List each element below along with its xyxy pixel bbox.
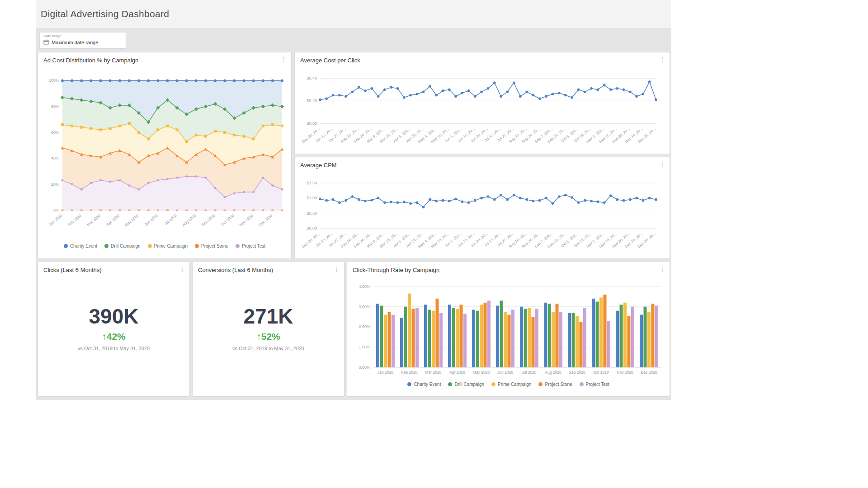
svg-text:$0.40: $0.40 — [307, 76, 317, 80]
legend-dot-icon — [195, 244, 199, 248]
svg-text:Feb 2020: Feb 2020 — [401, 370, 418, 375]
card-menu-icon[interactable] — [279, 54, 288, 65]
ad-cost-distribution-chart[interactable]: 0%20%40%60%80%100%Jan 2020Feb 2020Mar 20… — [41, 66, 289, 243]
card-menu-icon[interactable] — [658, 264, 667, 275]
card-clicks-kpi: Clicks (Last 6 Months) 390K ↑42% vs Oct … — [38, 262, 190, 397]
legend-item[interactable]: Prime Campaign — [148, 244, 188, 249]
card-title: Clicks (Last 6 Months) — [38, 262, 189, 276]
card-ctr-by-campaign: Click-Through Rate by Campaign 0.00%1.00… — [347, 262, 670, 397]
legend-item[interactable]: Prime Campaign — [491, 382, 531, 387]
svg-text:0%: 0% — [53, 208, 59, 212]
svg-text:4.00%: 4.00% — [359, 284, 370, 289]
legend-dot-icon — [64, 244, 68, 248]
svg-text:$0.20: $0.20 — [307, 99, 317, 103]
clicks-kpi-delta: ↑42% — [38, 331, 189, 342]
legend-dot-icon — [104, 244, 108, 248]
date-range-row: Maximum date range — [43, 38, 122, 47]
svg-text:Jun 2020: Jun 2020 — [143, 213, 158, 227]
dashboard: Digital Advertising Dashboard Date range… — [36, 0, 671, 400]
legend-label: Project Test — [586, 382, 609, 387]
svg-text:May 2020: May 2020 — [473, 370, 490, 375]
legend-dot-icon — [236, 244, 240, 248]
calendar-icon — [43, 38, 49, 47]
svg-text:Feb 2020: Feb 2020 — [67, 213, 82, 227]
legend-item[interactable]: Drill Campaign — [448, 382, 484, 387]
date-range-value: Maximum date range — [52, 40, 98, 45]
card-menu-icon[interactable] — [658, 54, 667, 65]
ad-cost-chart-legend: Charity EventDrill CampaignPrime Campaig… — [38, 244, 291, 249]
svg-text:$1.00: $1.00 — [307, 196, 317, 200]
legend-dot-icon — [448, 382, 452, 386]
filter-bar: Date range Maximum date range — [36, 28, 671, 52]
legend-label: Charity Event — [70, 244, 97, 249]
card-title: Ad Cost Distribution % by Campaign — [38, 52, 291, 66]
legend-label: Drill Campaign — [111, 244, 141, 249]
svg-text:Aug 2020: Aug 2020 — [181, 213, 197, 227]
clicks-kpi-value: 390K — [38, 304, 189, 328]
average-cpc-chart[interactable]: $0.00$0.20$0.40Dec 30, 20...Jan 13, 20..… — [297, 66, 666, 152]
legend-label: Drill Campaign — [454, 382, 484, 387]
clicks-kpi-compare: vs Oct 31, 2019 to May 31, 2020 — [38, 346, 189, 351]
legend-label: Project Stone — [201, 244, 228, 249]
svg-text:Apr 2020: Apr 2020 — [449, 370, 465, 375]
svg-text:Mar 2020: Mar 2020 — [425, 370, 442, 375]
legend-item[interactable]: Charity Event — [407, 382, 441, 387]
svg-text:Aug 2020: Aug 2020 — [545, 370, 561, 375]
svg-text:20%: 20% — [51, 182, 59, 187]
date-range-picker[interactable]: Date range Maximum date range — [40, 33, 126, 48]
legend-item[interactable]: Charity Event — [64, 244, 97, 249]
svg-text:80%: 80% — [51, 104, 59, 109]
svg-text:Apr 2020: Apr 2020 — [105, 213, 120, 227]
card-average-cpm: Average CPM $0.00$0.50$1.00$1.50Dec 30, … — [294, 157, 670, 259]
svg-text:May 2020: May 2020 — [123, 213, 139, 228]
legend-item[interactable]: Drill Campaign — [104, 244, 141, 249]
date-range-label: Date range — [43, 34, 122, 38]
svg-text:Jan 2020: Jan 2020 — [48, 213, 63, 227]
card-title: Average CPM — [295, 157, 670, 171]
legend-label: Prime Campaign — [498, 382, 531, 387]
svg-text:Jun 2020: Jun 2020 — [497, 370, 513, 375]
card-menu-icon[interactable] — [658, 159, 667, 170]
legend-label: Prime Campaign — [154, 244, 188, 249]
svg-text:Jan 2020: Jan 2020 — [377, 370, 393, 375]
svg-text:$0.00: $0.00 — [307, 226, 317, 230]
card-title: Conversions (Last 6 Months) — [193, 262, 344, 276]
legend-label: Project Test — [242, 244, 265, 249]
svg-text:Dec 2020: Dec 2020 — [258, 213, 274, 227]
card-menu-icon[interactable] — [178, 264, 187, 275]
conversions-kpi-compare: vs Oct 31, 2019 to May 31, 2020 — [193, 346, 344, 351]
ctr-chart-legend: Charity EventDrill CampaignPrime Campaig… — [347, 382, 670, 387]
svg-text:0.00%: 0.00% — [359, 365, 370, 370]
card-conversions-kpi: Conversions (Last 6 Months) 271K ↑52% vs… — [192, 262, 344, 397]
conversions-kpi-delta: ↑52% — [193, 331, 344, 342]
svg-text:100%: 100% — [49, 78, 59, 83]
svg-text:Sep 2020: Sep 2020 — [200, 213, 216, 227]
legend-dot-icon — [538, 382, 542, 386]
card-ad-cost-distribution: Ad Cost Distribution % by Campaign 0%20%… — [38, 52, 292, 259]
legend-label: Charity Event — [414, 382, 441, 387]
legend-item[interactable]: Project Test — [580, 382, 609, 387]
page-title: Digital Advertising Dashboard — [41, 9, 169, 19]
svg-text:Sep 2020: Sep 2020 — [569, 370, 585, 375]
svg-text:Oct 2020: Oct 2020 — [220, 213, 235, 227]
ctr-by-campaign-chart[interactable]: 0.00%1.00%2.00%3.00%4.00%Jan 2020Feb 202… — [350, 276, 666, 381]
svg-text:Oct 2020: Oct 2020 — [593, 370, 609, 375]
svg-text:$0.50: $0.50 — [307, 211, 317, 216]
svg-text:2.00%: 2.00% — [359, 324, 370, 329]
card-title: Average Cost per Click — [295, 52, 670, 66]
average-cpm-chart[interactable]: $0.00$0.50$1.00$1.50Dec 30, 20...Jan 13,… — [297, 171, 666, 257]
svg-text:Mar 2020: Mar 2020 — [86, 213, 101, 227]
card-menu-icon[interactable] — [332, 264, 341, 275]
legend-dot-icon — [580, 382, 584, 386]
legend-item[interactable]: Project Stone — [195, 244, 228, 249]
legend-label: Project Stone — [545, 382, 572, 387]
svg-text:3.00%: 3.00% — [359, 305, 370, 309]
dashboard-header: Digital Advertising Dashboard — [36, 0, 671, 28]
legend-item[interactable]: Project Test — [236, 244, 265, 249]
svg-text:Nov 2020: Nov 2020 — [617, 370, 633, 375]
legend-item[interactable]: Project Stone — [538, 382, 572, 387]
svg-text:1.00%: 1.00% — [359, 345, 370, 349]
svg-text:Jul 2020: Jul 2020 — [164, 213, 178, 226]
legend-dot-icon — [407, 382, 411, 386]
legend-dot-icon — [491, 382, 495, 386]
